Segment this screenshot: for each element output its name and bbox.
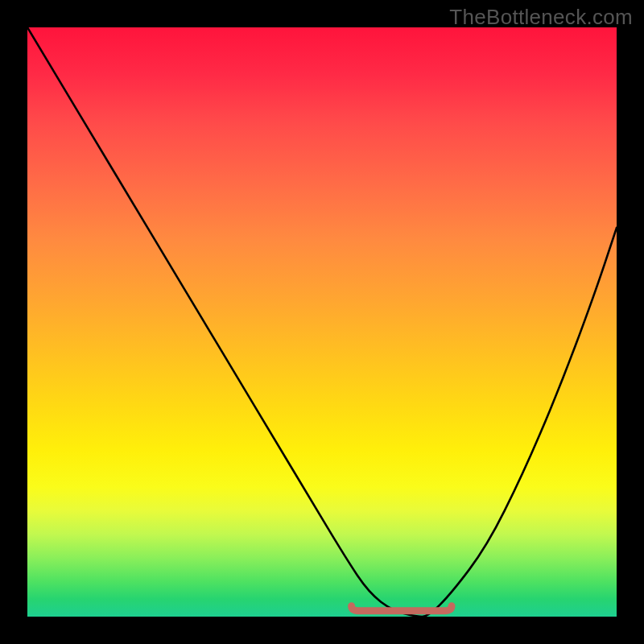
chart-svg [27, 27, 617, 617]
watermark-text: TheBottleneck.com [449, 5, 633, 30]
chart-frame: TheBottleneck.com [0, 0, 644, 644]
plot-area [27, 27, 617, 617]
bottleneck-curve [27, 27, 617, 617]
